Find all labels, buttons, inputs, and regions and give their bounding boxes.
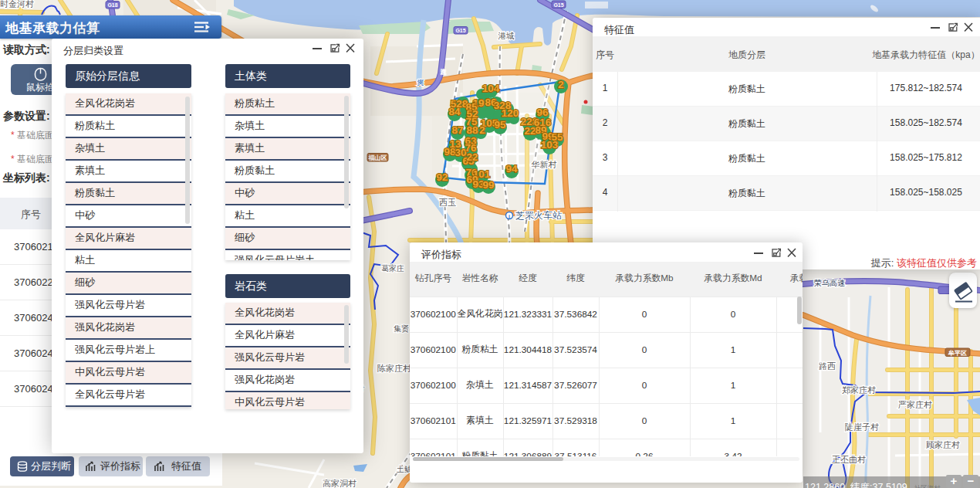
svg-text:高家洞村: 高家洞村 <box>323 479 357 488</box>
svg-text:G18: G18 <box>107 2 117 8</box>
svg-text:22: 22 <box>466 151 478 163</box>
svg-text:福山区: 福山区 <box>368 154 387 161</box>
svg-text:84: 84 <box>448 106 461 117</box>
svg-text:G15: G15 <box>553 2 563 8</box>
svg-text:港城: 港城 <box>498 31 515 40</box>
svg-text:荣乌高速: 荣乌高速 <box>814 279 845 287</box>
svg-text:葛家庄: 葛家庄 <box>381 264 404 273</box>
svg-text:92: 92 <box>436 171 448 183</box>
svg-text:95: 95 <box>494 119 506 130</box>
svg-text:99: 99 <box>482 179 494 191</box>
svg-text:103: 103 <box>541 139 559 151</box>
svg-text:顾家庄村: 顾家庄村 <box>926 440 960 449</box>
svg-text:王丕曲村: 王丕曲村 <box>832 455 866 464</box>
svg-text:120: 120 <box>502 107 519 119</box>
svg-text:96: 96 <box>536 107 549 118</box>
svg-text:集贤: 集贤 <box>394 324 409 333</box>
svg-text:时金河村: 时金河村 <box>0 0 34 8</box>
svg-text:2: 2 <box>558 79 564 90</box>
svg-text:芝罘火车站: 芝罘火车站 <box>515 210 562 221</box>
svg-text:路西: 路西 <box>819 361 836 371</box>
svg-text:104: 104 <box>482 83 500 94</box>
svg-text:94: 94 <box>505 163 518 175</box>
svg-text:2: 2 <box>479 124 485 136</box>
svg-text:华新村: 华新村 <box>531 160 557 169</box>
svg-text:87: 87 <box>451 124 463 136</box>
svg-text:严家庄村: 严家庄村 <box>898 400 932 409</box>
svg-text:牟平区: 牟平区 <box>948 349 967 357</box>
svg-text:22: 22 <box>524 125 536 137</box>
svg-text:西玉: 西玉 <box>439 198 456 207</box>
svg-text:88: 88 <box>466 124 478 136</box>
svg-text:郑家庄村: 郑家庄村 <box>842 385 876 395</box>
svg-text:G15: G15 <box>455 28 465 33</box>
svg-text:i: i <box>509 214 510 219</box>
svg-text:陈家庄村: 陈家庄村 <box>377 364 411 373</box>
svg-text:陡崖子村: 陡崖子村 <box>845 422 879 432</box>
svg-text:52: 52 <box>466 108 478 120</box>
